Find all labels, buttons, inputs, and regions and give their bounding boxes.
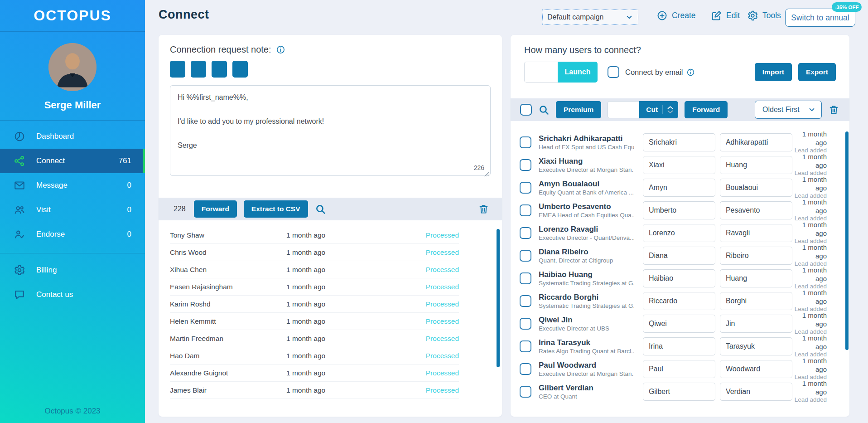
sidebar-item[interactable]: Billing [0, 258, 145, 282]
time-ago: 1 month ago [792, 130, 827, 147]
contact-name: Tony Shaw [170, 231, 286, 239]
launch-button[interactable]: Launch [558, 62, 598, 83]
first-name-input[interactable] [643, 383, 715, 401]
last-name-input[interactable] [720, 156, 792, 174]
scrollbar[interactable] [497, 229, 500, 367]
trash-icon[interactable] [478, 204, 489, 215]
sidebar-item[interactable]: Contact us [0, 282, 145, 307]
cut-control: Cut [608, 101, 678, 118]
sidebar-item[interactable]: Dashboard [0, 124, 145, 149]
lead-checkbox[interactable] [520, 159, 531, 171]
last-name-input[interactable] [720, 179, 792, 197]
lead-checkbox[interactable] [520, 295, 531, 307]
merge-tag-button[interactable] [232, 61, 248, 78]
table-row[interactable]: Chris Wood 1 month ago Processed [170, 244, 459, 261]
first-name-input[interactable] [643, 360, 715, 378]
sort-select-value: Oldest First [762, 106, 800, 114]
stepper[interactable] [662, 105, 674, 114]
cut-button[interactable]: Cut [639, 101, 678, 118]
last-name-input[interactable] [720, 315, 792, 333]
sidebar-item[interactable]: Visit 0 [0, 198, 145, 222]
last-name-input[interactable] [720, 360, 792, 378]
forward-button[interactable]: Forward [685, 101, 728, 118]
trash-icon[interactable] [828, 104, 839, 116]
info-icon[interactable] [276, 45, 285, 54]
last-name-input[interactable] [720, 383, 792, 401]
merge-tag-button[interactable] [170, 61, 185, 78]
table-row[interactable]: Karim Roshd 1 month ago Processed [170, 296, 459, 313]
app-logo: OCTOPUS [0, 0, 145, 32]
first-name-input[interactable] [643, 224, 715, 242]
first-name-input[interactable] [643, 269, 715, 287]
first-name-input[interactable] [643, 179, 715, 197]
first-name-input[interactable] [643, 337, 715, 355]
cut-count-input[interactable] [608, 101, 639, 118]
sidebar-item[interactable]: Endorse 0 [0, 222, 145, 247]
export-button[interactable]: Export [798, 63, 836, 81]
search-icon[interactable] [315, 204, 326, 215]
users-count-input[interactable] [524, 62, 558, 83]
table-row[interactable]: Tony Shaw 1 month ago Processed [170, 227, 459, 244]
contact-name: Karim Roshd [170, 300, 286, 308]
select-all-checkbox[interactable] [520, 104, 532, 116]
list-item: Lorenzo Ravagli Executive Director - Qua… [511, 222, 849, 244]
first-name-input[interactable] [643, 133, 715, 151]
lead-checkbox[interactable] [520, 227, 531, 239]
table-row[interactable]: Alexandre Guignot 1 month ago Processed [170, 365, 459, 382]
time-ago: 1 month ago [792, 311, 827, 329]
first-name-input[interactable] [643, 315, 715, 333]
resize-handle[interactable] [484, 171, 489, 176]
sidebar-item[interactable]: Connect 761 [0, 149, 145, 173]
merge-tag-button[interactable] [212, 61, 227, 78]
last-name-input[interactable] [720, 269, 792, 287]
table-row[interactable]: Martin Freedman 1 month ago Processed [170, 330, 459, 347]
premium-button[interactable]: Premium [556, 101, 601, 118]
last-name-input[interactable] [720, 224, 792, 242]
lead-checkbox[interactable] [520, 386, 531, 398]
status-badge: Processed [426, 352, 459, 360]
last-name-input[interactable] [720, 337, 792, 355]
last-name-input[interactable] [720, 133, 792, 151]
table-row[interactable]: Xihua Chen 1 month ago Processed [170, 261, 459, 278]
sidebar-item-count: 0 [127, 205, 131, 214]
forward-button[interactable]: Forward [194, 200, 237, 218]
search-icon[interactable] [538, 104, 550, 116]
lead-checkbox[interactable] [520, 272, 531, 284]
extract-to-csv-button[interactable]: Extract to CSV [244, 200, 308, 218]
chevron-down-icon [625, 13, 633, 21]
info-icon[interactable] [686, 68, 695, 77]
connect-icon [14, 155, 25, 167]
connect-by-email-checkbox[interactable] [608, 66, 619, 78]
last-name-input[interactable] [720, 201, 792, 219]
last-name-input[interactable] [720, 247, 792, 265]
lead-checkbox[interactable] [520, 182, 531, 194]
import-button[interactable]: Import [755, 63, 792, 81]
sidebar-item[interactable]: Message 0 [0, 173, 145, 198]
first-name-input[interactable] [643, 292, 715, 310]
lead-checkbox[interactable] [520, 318, 531, 330]
last-name-input[interactable] [720, 292, 792, 310]
table-row[interactable]: Hao Dam 1 month ago Processed [170, 347, 459, 365]
lead-checkbox[interactable] [520, 340, 531, 352]
lead-checkbox[interactable] [520, 250, 531, 262]
sort-select[interactable]: Oldest First [755, 101, 822, 119]
table-row[interactable]: Helen Kemmitt 1 month ago Processed [170, 313, 459, 330]
scrollbar[interactable] [845, 131, 849, 350]
table-row[interactable]: James Blair 1 month ago Processed [170, 382, 459, 399]
lead-checkbox[interactable] [520, 136, 531, 148]
list-item: Haibiao Huang Systematic Trading Strateg… [511, 267, 849, 290]
create-button[interactable]: Create [656, 10, 696, 21]
table-row[interactable]: Easen Rajasingham 1 month ago Processed [170, 278, 459, 296]
lead-subtitle: Executive Director at Morgan Stan... [539, 166, 634, 173]
tools-button[interactable]: Tools [747, 10, 781, 21]
campaign-select[interactable]: Default campaign [542, 10, 638, 25]
connection-note-textarea[interactable] [170, 85, 491, 176]
merge-tag-button[interactable] [191, 61, 206, 78]
first-name-input[interactable] [643, 156, 715, 174]
first-name-input[interactable] [643, 201, 715, 219]
lead-checkbox[interactable] [520, 363, 531, 375]
lead-checkbox[interactable] [520, 204, 531, 216]
status-badge: Processed [426, 266, 459, 274]
first-name-input[interactable] [643, 247, 715, 265]
edit-button[interactable]: Edit [711, 10, 740, 21]
